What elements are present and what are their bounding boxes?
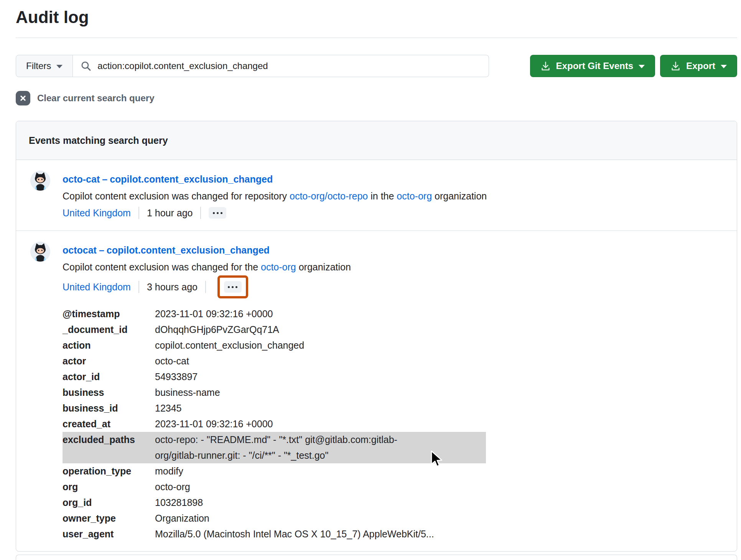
- meta-divider: [200, 207, 201, 219]
- detail-row: org_id103281898: [63, 495, 486, 511]
- detail-key: business: [63, 385, 155, 400]
- chevron-down-icon: [639, 65, 645, 68]
- download-icon: [540, 61, 551, 71]
- filters-button[interactable]: Filters: [16, 55, 73, 77]
- octocat-avatar-icon: [30, 171, 50, 191]
- results-card-header: Events matching search query: [16, 121, 737, 160]
- detail-value: dOhqqhGHjp6PvZGarQq71A: [155, 322, 486, 338]
- detail-value: 2023-11-01 09:32:16 +0000: [155, 306, 486, 322]
- event-location-link[interactable]: United Kingdom: [63, 282, 131, 293]
- event-content: octo-cat–copilot.content_exclusion_chang…: [63, 171, 724, 221]
- detail-row: orgocto-org: [63, 479, 486, 495]
- kebab-highlight-annotation: [217, 275, 248, 298]
- meta-divider: [138, 207, 139, 219]
- event-actor-link[interactable]: octocat: [63, 245, 97, 255]
- detail-row: actor_id54933897: [63, 369, 486, 385]
- detail-key: action: [63, 338, 155, 353]
- detail-value: 2023-11-01 09:32:16 +0000: [155, 416, 486, 432]
- detail-key: _document_id: [63, 322, 155, 338]
- detail-value: octo-repo: - "README.md" - "*.txt" git@g…: [155, 432, 486, 463]
- detail-value: 12345: [155, 400, 486, 416]
- close-icon: [16, 91, 30, 105]
- search-input[interactable]: [97, 61, 481, 71]
- detail-row: business_id12345: [63, 400, 486, 416]
- event-details: @timestamp2023-11-01 09:32:16 +0000_docu…: [63, 306, 486, 542]
- download-icon: [670, 61, 681, 71]
- detail-value: copilot.content_exclusion_changed: [155, 338, 486, 353]
- export-label: Export: [686, 61, 715, 71]
- audit-event-row-expanded: octocat–copilot.content_exclusion_change…: [16, 231, 737, 551]
- event-description-text: Copilot content exclusion was changed fo…: [63, 191, 290, 201]
- detail-key: org_id: [63, 495, 155, 511]
- octocat-avatar-icon: [30, 242, 50, 262]
- detail-value: business-name: [155, 385, 486, 400]
- detail-key: owner_type: [63, 511, 155, 526]
- event-description: Copilot content exclusion was changed fo…: [63, 259, 724, 275]
- detail-row: user_agentMozilla/5.0 (Macintosh Intel M…: [63, 526, 486, 542]
- detail-key: operation_type: [63, 463, 155, 479]
- detail-key: actor: [63, 353, 155, 369]
- filters-button-label: Filters: [26, 61, 51, 71]
- event-kebab-button[interactable]: [224, 281, 242, 293]
- detail-value: octo-org: [155, 479, 486, 495]
- event-content: octocat–copilot.content_exclusion_change…: [63, 242, 724, 542]
- event-location-link[interactable]: United Kingdom: [63, 208, 131, 219]
- export-button[interactable]: Export: [660, 55, 737, 77]
- chevron-down-icon: [56, 65, 63, 68]
- toolbar: Filters Export Git Events: [16, 55, 737, 77]
- event-description-text: organization: [432, 191, 487, 201]
- meta-divider: [138, 281, 139, 293]
- detail-row: actorocto-cat: [63, 353, 486, 369]
- detail-row: _document_iddOhqqhGHjp6PvZGarQq71A: [63, 322, 486, 338]
- meta-divider: [205, 281, 206, 293]
- event-actor-link[interactable]: octo-cat: [63, 174, 100, 184]
- repo-link[interactable]: octo-org/octo-repo: [290, 191, 368, 201]
- detail-value: modify: [155, 463, 486, 479]
- detail-key: excluded_paths: [63, 432, 155, 463]
- clear-search-query-button[interactable]: Clear current search query: [16, 91, 154, 105]
- detail-key: business_id: [63, 400, 155, 416]
- detail-key: user_agent: [63, 526, 155, 542]
- org-link[interactable]: octo-org: [397, 191, 432, 201]
- org-link[interactable]: octo-org: [261, 262, 296, 272]
- search-group: Filters: [16, 55, 489, 77]
- results-card: Events matching search query: [16, 121, 737, 552]
- detail-value: Mozilla/5.0 (Macintosh Intel Mac OS X 10…: [155, 526, 486, 542]
- event-action-link[interactable]: copilot.content_exclusion_changed: [107, 245, 270, 255]
- search-icon: [81, 61, 91, 71]
- detail-key: actor_id: [63, 369, 155, 385]
- kebab-icon: [213, 212, 215, 214]
- title-divider: [16, 38, 737, 38]
- detail-row: businessbusiness-name: [63, 385, 486, 400]
- detail-value: octo-cat: [155, 353, 486, 369]
- detail-key: created_at: [63, 416, 155, 432]
- event-meta: United Kingdom 3 hours ago: [63, 275, 724, 298]
- event-meta: United Kingdom 1 hour ago: [63, 204, 724, 221]
- event-title-separator: –: [102, 174, 107, 184]
- event-timestamp: 3 hours ago: [147, 282, 198, 293]
- pagination-stub: [16, 555, 737, 560]
- kebab-icon: [228, 286, 230, 288]
- detail-key: org: [63, 479, 155, 495]
- event-kebab-button[interactable]: [209, 207, 226, 219]
- event-description-text: in the: [368, 191, 397, 201]
- chevron-down-icon: [721, 65, 727, 68]
- detail-key: @timestamp: [63, 306, 155, 322]
- audit-log-page: Audit log Filters Export Git: [0, 0, 741, 560]
- detail-value: 103281898: [155, 495, 486, 511]
- results-card-title: Events matching search query: [29, 135, 168, 146]
- detail-row: @timestamp2023-11-01 09:32:16 +0000: [63, 306, 486, 322]
- event-description-text: Copilot content exclusion was changed fo…: [63, 262, 261, 272]
- event-timestamp: 1 hour ago: [147, 208, 193, 219]
- event-title-separator: –: [99, 245, 104, 255]
- detail-row: owner_typeOrganization: [63, 511, 486, 526]
- event-description: Copilot content exclusion was changed fo…: [63, 188, 724, 204]
- export-git-events-button[interactable]: Export Git Events: [530, 55, 655, 77]
- event-action-link[interactable]: copilot.content_exclusion_changed: [110, 174, 273, 184]
- search-box: [73, 55, 489, 77]
- detail-row: actioncopilot.content_exclusion_changed: [63, 338, 486, 353]
- detail-value: 54933897: [155, 369, 486, 385]
- event-title: octo-cat–copilot.content_exclusion_chang…: [63, 171, 724, 188]
- audit-event-row: octo-cat–copilot.content_exclusion_chang…: [16, 160, 737, 231]
- detail-value: Organization: [155, 511, 486, 526]
